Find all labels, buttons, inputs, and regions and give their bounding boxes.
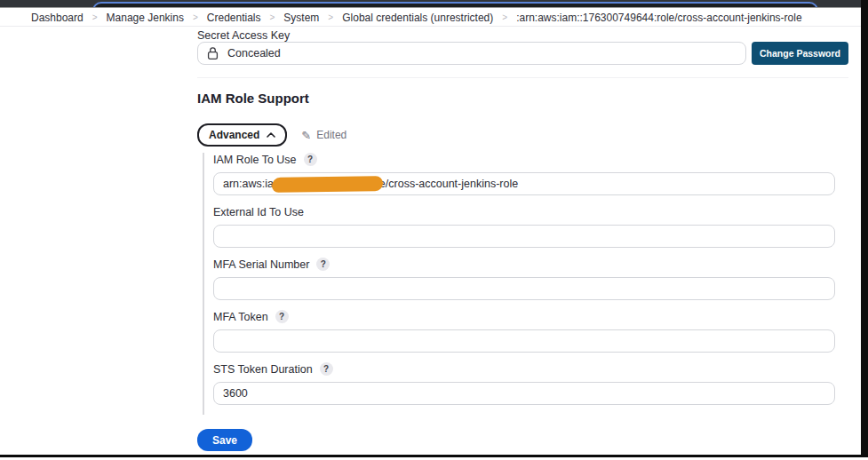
iam-role-label: IAM Role To Use: [213, 154, 297, 166]
advanced-button-label: Advanced: [209, 129, 259, 141]
external-id-label-row: External Id To Use: [213, 205, 835, 218]
browser-chrome-bar: [0, 0, 861, 8]
sts-duration-field-group: STS Token Duration ?: [213, 362, 835, 405]
window-right-border: [861, 0, 868, 456]
redaction-blob: [272, 176, 383, 193]
window-bottom-border: [0, 455, 868, 457]
secret-access-key-field[interactable]: Concealed: [197, 42, 746, 65]
breadcrumb-item-manage-jenkins[interactable]: Manage Jenkins: [107, 12, 184, 24]
breadcrumb-separator-icon: >: [193, 12, 198, 22]
mfa-token-field-group: MFA Token ?: [213, 310, 835, 353]
help-icon[interactable]: ?: [275, 310, 289, 323]
sts-duration-label: STS Token Duration: [213, 363, 313, 376]
external-id-label: External Id To Use: [213, 206, 304, 218]
iam-role-input[interactable]: arn:aws:iam:e/cross-account-jenkins-role: [213, 172, 835, 195]
pencil-icon: ✎: [301, 129, 311, 142]
secret-access-key-label: Secret Access Key: [197, 29, 290, 42]
advanced-toggle-button[interactable]: Advanced: [197, 123, 287, 147]
help-icon[interactable]: ?: [320, 362, 333, 376]
breadcrumb-item-system[interactable]: System: [283, 12, 319, 24]
breadcrumb-item-dashboard[interactable]: Dashboard: [31, 12, 84, 24]
edited-label: Edited: [316, 129, 346, 141]
iam-role-support-title: IAM Role Support: [197, 91, 309, 106]
iam-role-label-row: IAM Role To Use ?: [213, 153, 835, 166]
sts-duration-label-row: STS Token Duration ?: [213, 362, 835, 376]
help-icon[interactable]: ?: [316, 258, 330, 271]
breadcrumb-item-global-credentials[interactable]: Global credentials (unrestricted): [342, 12, 493, 24]
sts-duration-input[interactable]: [213, 382, 835, 405]
section-divider: [197, 77, 848, 78]
breadcrumb-item-credentials[interactable]: Credentials: [207, 12, 261, 24]
breadcrumb-separator-icon: >: [270, 12, 275, 22]
mfa-serial-input[interactable]: [213, 277, 835, 300]
address-bar-top-edge: [92, 2, 818, 8]
change-password-button[interactable]: Change Password: [752, 42, 848, 65]
breadcrumb: Dashboard > Manage Jenkins > Credentials…: [0, 9, 861, 27]
mfa-serial-field-group: MFA Serial Number ?: [213, 258, 835, 300]
mfa-token-label: MFA Token: [213, 311, 268, 323]
advanced-fields-section: IAM Role To Use ? arn:aws:iam:e/cross-ac…: [203, 153, 835, 415]
edited-indicator: ✎ Edited: [301, 129, 346, 142]
concealed-text: Concealed: [227, 47, 281, 59]
lock-icon: [207, 46, 219, 60]
mfa-token-input[interactable]: [213, 329, 835, 353]
mfa-token-label-row: MFA Token ?: [213, 310, 835, 323]
iam-role-value-suffix: e/cross-account-jenkins-role: [379, 178, 518, 190]
breadcrumb-separator-icon: >: [328, 12, 333, 22]
breadcrumb-item-credential-arn[interactable]: :arn:aws:iam::176300749644:role/cross-ac…: [516, 12, 802, 24]
help-icon[interactable]: ?: [304, 153, 317, 166]
external-id-field-group: External Id To Use: [213, 205, 835, 248]
iam-role-field-group: IAM Role To Use ? arn:aws:iam:e/cross-ac…: [213, 153, 835, 195]
mfa-serial-label: MFA Serial Number: [213, 258, 309, 271]
external-id-input[interactable]: [213, 225, 835, 248]
breadcrumb-separator-icon: >: [502, 12, 507, 22]
mfa-serial-label-row: MFA Serial Number ?: [213, 258, 835, 271]
secret-access-key-row: Concealed Change Password: [197, 42, 848, 65]
chevron-up-icon: [267, 132, 275, 138]
advanced-row: Advanced ✎ Edited: [197, 123, 346, 147]
breadcrumb-separator-icon: >: [92, 12, 98, 22]
save-button[interactable]: Save: [197, 429, 252, 451]
